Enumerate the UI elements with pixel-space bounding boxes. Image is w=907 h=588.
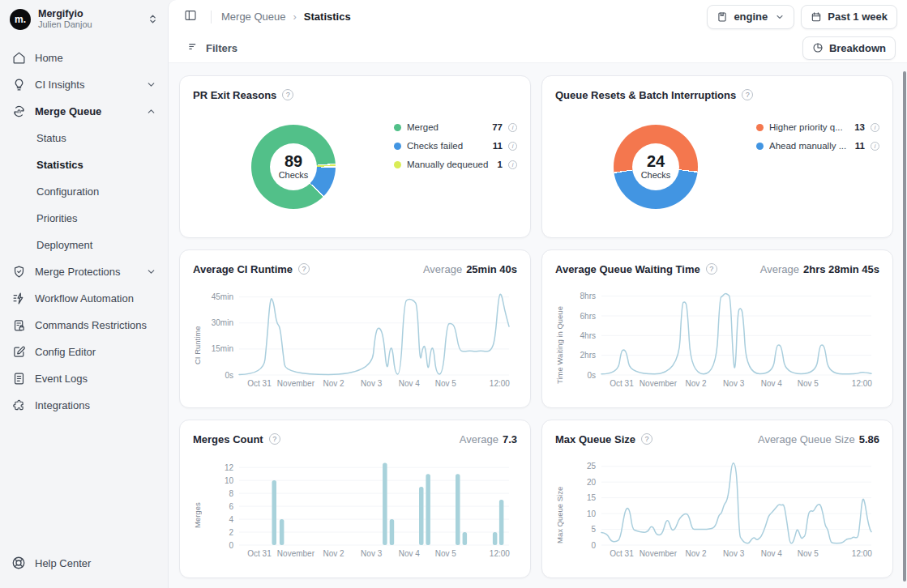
svg-text:5: 5 [591,525,596,534]
sidebar-item-commands-restrictions[interactable]: Commands Restrictions [5,313,163,337]
legend: Merged77iChecks failed11iManually dequeu… [394,103,517,227]
legend-item[interactable]: Higher priority q...13i [756,121,879,134]
filter-icon [187,40,199,55]
legend-label: Ahead manually ... [769,141,849,151]
legend-item[interactable]: Checks failed11i [394,139,517,152]
sidebar-item-config-editor[interactable]: Config Editor [5,340,163,364]
dashboard-grid: PR Exit Reasons ? 89 Checks Merged77iChe… [169,63,907,588]
sidebar-item-configuration[interactable]: Configuration [5,180,163,203]
merges-count-chart[interactable]: 024681012Oct 31NovemberNov 2Nov 3Nov 4No… [203,452,517,559]
vertical-scrollbar[interactable] [903,71,906,582]
help-icon[interactable]: ? [269,433,280,445]
queue-resets-donut[interactable]: 24 Checks [614,125,698,209]
donut-center-value: 24 [647,153,665,170]
svg-text:30min: 30min [212,318,233,327]
shield-check-icon [11,265,26,279]
sidebar-item-event-logs[interactable]: Event Logs [5,367,163,390]
svg-text:Nov 4: Nov 4 [399,379,421,388]
legend-value: 1 [498,160,503,169]
svg-text:45min: 45min [212,292,233,301]
average-value: 25min 40s [466,263,517,275]
info-icon[interactable]: i [508,142,517,151]
breadcrumb-merge-queue[interactable]: Merge Queue [221,11,286,23]
help-icon[interactable]: ? [742,89,753,100]
svg-text:Nov 3: Nov 3 [723,379,745,388]
sidebar-item-home[interactable]: Home [5,46,163,70]
sidebar-item-deployment[interactable]: Deployment [5,233,163,257]
svg-text:25: 25 [587,462,597,471]
card-average-queue-waiting-time: Average Queue Waiting Time ? Average 2hr… [541,249,893,408]
lifebuoy-icon [11,556,26,570]
sidebar-item-merge-queue[interactable]: Merge Queue [5,100,163,123]
info-icon[interactable]: i [871,142,879,151]
sidebar-item-merge-protections[interactable]: Merge Protections [5,260,163,283]
svg-text:2: 2 [229,528,233,537]
help-icon[interactable]: ? [298,263,310,275]
sidebar-item-workflow-automation[interactable]: Workflow Automation [5,287,163,310]
y-axis-label: Time Waiting in Queue [555,282,566,397]
sidebar-item-status[interactable]: Status [5,126,163,150]
help-center-link[interactable]: Help Center [11,556,91,570]
legend-item[interactable]: Merged77i [394,121,517,134]
clipboard-lock-icon [11,318,26,332]
svg-text:8: 8 [229,489,233,498]
legend-label: Higher priority q... [769,122,849,132]
svg-text:6: 6 [229,502,233,511]
card-pr-exit-reasons: PR Exit Reasons ? 89 Checks Merged77iChe… [179,75,531,238]
date-range-label: Past 1 week [828,11,888,23]
legend-value: 11 [493,141,503,151]
filters-button[interactable]: Filters [180,36,245,59]
info-icon[interactable]: i [508,123,517,132]
breakdown-label: Breakdown [829,42,886,54]
sidebar-item-statistics[interactable]: Statistics [5,153,163,177]
ci-runtime-chart[interactable]: 0s15min30min45minOct 31NovemberNov 2Nov … [203,282,517,389]
average-value: 7.3 [503,433,517,445]
card-title: Max Queue Size [555,433,635,445]
svg-text:0: 0 [229,541,233,550]
queue-select-button[interactable]: engine [707,5,794,29]
top-bar: Merge Queue › Statistics engine Past 1 w… [169,0,907,33]
max-queue-size-chart[interactable]: 0510152025Oct 31NovemberNov 2Nov 3Nov 4N… [566,452,879,559]
filter-bar: Filters Breakdown [169,33,907,63]
svg-text:November: November [640,549,678,558]
home-icon [11,51,26,65]
chart-canvas[interactable]: 024681012Oct 31NovemberNov 2Nov 3Nov 4No… [203,452,517,559]
info-icon[interactable]: i [871,123,879,132]
average-label: Average [760,263,799,275]
legend-item[interactable]: Manually dequeued1i [394,158,517,171]
legend: Higher priority q...13iAhead manually ..… [756,103,879,227]
donut-center-value: 89 [285,153,302,170]
pie-chart-icon [812,42,824,53]
legend-item[interactable]: Ahead manually ...11i [756,139,879,152]
queue-waiting-chart[interactable]: 0s2hrs4hrs6hrs8hrsOct 31NovemberNov 2Nov… [566,282,879,389]
panel-left-icon [184,9,197,24]
breakdown-button[interactable]: Breakdown [802,36,896,60]
help-icon[interactable]: ? [641,433,652,445]
svg-text:0s: 0s [587,371,596,380]
sidebar-item-integrations[interactable]: Integrations [5,394,163,417]
chart-canvas[interactable]: 0510152025Oct 31NovemberNov 2Nov 3Nov 4N… [566,452,879,559]
card-max-queue-size: Max Queue Size ? Average Queue Size 5.86… [541,420,893,578]
legend-label: Merged [407,122,486,132]
svg-text:10: 10 [225,476,234,485]
chevrons-up-down-icon [148,14,158,24]
chart-canvas[interactable]: 0s15min30min45minOct 31NovemberNov 2Nov … [203,282,517,389]
org-switcher[interactable]: m. Mergifyio Julien Danjou [0,0,168,38]
sidebar: m. Mergifyio Julien Danjou Home CI Insig… [0,0,168,588]
legend-label: Manually dequeued [407,160,492,169]
date-range-button[interactable]: Past 1 week [801,5,897,29]
pr-exit-reasons-donut[interactable]: 89 Checks [251,125,336,209]
chart-canvas[interactable]: 0s2hrs4hrs6hrs8hrsOct 31NovemberNov 2Nov… [566,282,879,389]
sidebar-item-ci-insights[interactable]: CI Insights [5,73,163,96]
sidebar-toggle-button[interactable] [180,6,201,28]
puzzle-icon [11,398,26,412]
help-icon[interactable]: ? [706,263,717,275]
svg-text:6hrs: 6hrs [580,312,596,321]
sidebar-item-priorities[interactable]: Priorities [5,207,163,230]
info-icon[interactable]: i [508,160,517,169]
help-icon[interactable]: ? [282,89,293,100]
queue-icon [717,11,728,23]
divider [211,11,212,23]
legend-color-dot [756,143,764,150]
file-text-icon [11,372,26,386]
